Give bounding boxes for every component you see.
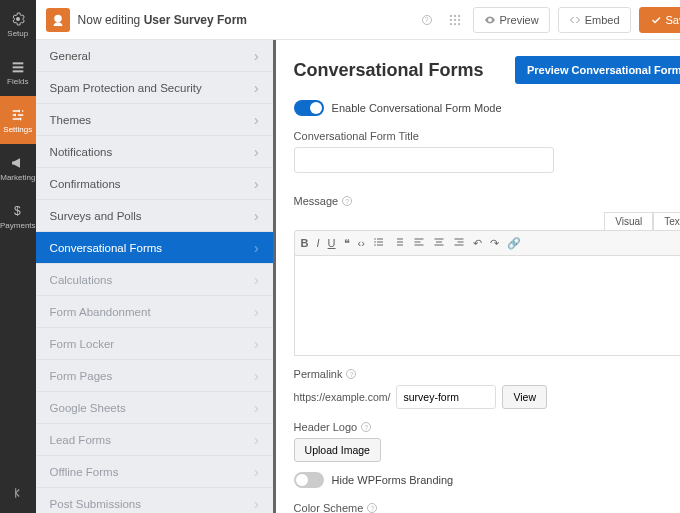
content: General›Spam Protection and Security›The… [36,40,680,513]
enable-toggle[interactable] [294,100,324,116]
code-icon[interactable]: ‹› [358,237,365,249]
underline-icon[interactable]: U [328,237,336,249]
main: Now editing User Survey Form ? Preview E… [36,0,680,513]
help-icon[interactable]: ? [367,503,377,513]
preview-button[interactable]: Preview [473,7,550,33]
settings-item-label: Offline Forms [50,466,119,478]
ul-icon[interactable] [373,236,385,250]
align-left-icon[interactable] [413,236,425,250]
settings-item-label: Confirmations [50,178,121,190]
list-icon [10,59,26,75]
settings-item-notifications[interactable]: Notifications› [36,136,273,168]
settings-item-label: Surveys and Polls [50,210,142,222]
enable-label: Enable Conversational Form Mode [332,102,502,114]
help-icon[interactable]: ? [417,10,437,30]
svg-rect-26 [414,245,423,246]
settings-list: General›Spam Protection and Security›The… [36,40,276,513]
preview-conversational-button[interactable]: Preview Conversational Form [515,56,680,84]
svg-point-11 [457,18,459,20]
color-scheme-label: Color Scheme? [294,502,680,513]
chevron-right-icon: › [254,80,259,96]
svg-rect-18 [377,242,383,243]
svg-point-8 [457,14,459,16]
permalink-input[interactable] [396,385,496,409]
settings-item-confirmations[interactable]: Confirmations› [36,168,273,200]
settings-item-form-locker[interactable]: Form Locker› [36,328,273,360]
hide-branding-toggle[interactable] [294,472,324,488]
settings-item-form-abandonment[interactable]: Form Abandonment› [36,296,273,328]
apps-icon[interactable] [445,10,465,30]
quote-icon[interactable]: ❝ [344,237,350,250]
svg-point-10 [453,18,455,20]
italic-icon[interactable]: I [317,237,320,249]
help-icon[interactable]: ? [361,422,371,432]
view-button[interactable]: View [502,385,547,409]
svg-point-6 [449,14,451,16]
rail-payments[interactable]: $ Payments [0,192,36,240]
svg-rect-16 [377,239,383,240]
text-tab[interactable]: Text [653,212,680,230]
svg-rect-25 [414,242,420,243]
save-button[interactable]: Save [639,7,681,33]
svg-rect-29 [434,245,443,246]
settings-item-calculations[interactable]: Calculations› [36,264,273,296]
settings-item-themes[interactable]: Themes› [36,104,273,136]
undo-icon[interactable]: ↶ [473,237,482,250]
settings-item-spam-protection-and-security[interactable]: Spam Protection and Security› [36,72,273,104]
code-icon [569,14,581,26]
settings-item-form-pages[interactable]: Form Pages› [36,360,273,392]
visual-tab[interactable]: Visual [604,212,653,230]
svg-rect-28 [436,242,442,243]
svg-rect-22 [397,242,403,243]
settings-item-label: Spam Protection and Security [50,82,202,94]
embed-button[interactable]: Embed [558,7,631,33]
settings-item-label: Google Sheets [50,402,126,414]
svg-point-13 [453,22,455,24]
settings-item-lead-forms[interactable]: Lead Forms› [36,424,273,456]
title-input[interactable] [294,147,554,173]
chevron-right-icon: › [254,48,259,64]
rail-setup[interactable]: Setup [0,0,36,48]
rail-settings[interactable]: Settings [0,96,36,144]
align-center-icon[interactable] [433,236,445,250]
dollar-icon: $ [10,203,26,219]
help-icon[interactable]: ? [346,369,356,379]
chevron-right-icon: › [254,272,259,288]
chevron-right-icon: › [254,496,259,512]
settings-item-google-sheets[interactable]: Google Sheets› [36,392,273,424]
sliders-icon [10,107,26,123]
svg-point-5 [54,14,62,22]
settings-item-conversational-forms[interactable]: Conversational Forms› [36,232,273,264]
left-rail: Setup Fields Settings Marketing $ Paymen… [0,0,36,513]
rail-collapse[interactable] [0,473,36,513]
rail-marketing[interactable]: Marketing [0,144,36,192]
chevron-right-icon: › [254,144,259,160]
chevron-right-icon: › [254,400,259,416]
svg-rect-27 [434,239,443,240]
panel-title: Conversational Forms [294,60,484,81]
settings-item-label: Form Pages [50,370,113,382]
permalink-prefix: https://example.com/ [294,391,391,403]
link-icon[interactable]: 🔗 [507,237,521,250]
svg-point-0 [16,17,20,21]
upload-image-button[interactable]: Upload Image [294,438,381,462]
settings-item-offline-forms[interactable]: Offline Forms› [36,456,273,488]
svg-rect-30 [454,239,463,240]
svg-point-19 [374,244,376,246]
redo-icon[interactable]: ↷ [490,237,499,250]
chevron-right-icon: › [254,336,259,352]
settings-item-label: Calculations [50,274,113,286]
message-editor[interactable] [294,256,680,356]
settings-item-surveys-and-polls[interactable]: Surveys and Polls› [36,200,273,232]
check-icon [650,14,662,26]
gear-icon [10,11,26,27]
settings-item-post-submissions[interactable]: Post Submissions› [36,488,273,513]
settings-item-label: General [50,50,91,62]
svg-rect-24 [414,239,423,240]
bold-icon[interactable]: B [301,237,309,249]
settings-item-general[interactable]: General› [36,40,273,72]
align-right-icon[interactable] [453,236,465,250]
help-icon[interactable]: ? [342,196,352,206]
ol-icon[interactable] [393,236,405,250]
rail-fields[interactable]: Fields [0,48,36,96]
